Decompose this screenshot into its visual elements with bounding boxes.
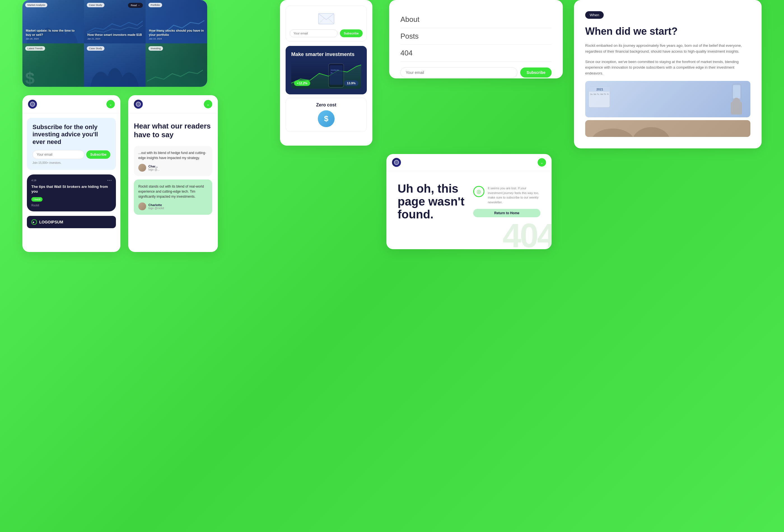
when-calendar-image: 2021 Su Mo Tu We Th Fr (585, 81, 750, 117)
not-found-title: Uh oh, this page wasn't found. (398, 182, 465, 221)
subscribe-email-input[interactable] (32, 150, 85, 159)
svg-rect-19 (733, 85, 740, 99)
blog-overlay-5: Case Study (84, 44, 146, 87)
blog-title-2: How these smart investors made $1B (87, 33, 142, 37)
testimonial-content: Hear what our readers have to say ...out… (128, 113, 218, 224)
testimonial-author-row-2: Charlotte logo @rockit (138, 202, 208, 210)
author-name-1: Char... (148, 165, 160, 168)
phone-icons: ▪ ▪ ▪ (107, 179, 111, 182)
svg-text:Investing tips: Investing tips (331, 69, 339, 71)
svg-text:for...: for... (331, 72, 334, 74)
rockit-logo-2 (134, 100, 143, 109)
when-card: When When did we start? Rockit embarked … (574, 0, 762, 148)
blog-cell-5[interactable]: Case Study (84, 44, 146, 87)
when-body-1: Rockit embarked on its journey approxima… (585, 43, 750, 55)
rockit-logo-inner-3 (394, 160, 399, 165)
testimonials-headline: Hear what our readers have to say (134, 122, 212, 139)
author-handle-1: logo @... (148, 168, 160, 171)
blog-tag-3: Portfolio (148, 3, 162, 7)
author-avatar-2 (138, 202, 146, 210)
blog-date-2: Jan 21, 2024 (87, 37, 142, 40)
percent-badge-2: 13.9% (344, 80, 358, 86)
blog-cell-3[interactable]: Portfolio How many stocks should you hav… (146, 0, 207, 44)
percent-badge-1: +12.2% (294, 80, 310, 86)
blog-overlay-2: Case Study Read → How these smart invest… (84, 0, 146, 44)
blog-cell-4[interactable]: $ Latest Trends (22, 44, 84, 87)
join-text: Join 15,000+ investors. (32, 161, 110, 164)
svg-text:Fr: Fr (607, 93, 609, 95)
blog-cell-1[interactable]: Market Analysis Market update: Is now th… (22, 0, 84, 44)
invest-email-input[interactable] (290, 29, 338, 37)
nav-item-about[interactable]: About (400, 11, 552, 28)
not-found-info: ◎ It seems you are lost. If your investm… (473, 186, 540, 217)
svg-text:Mo: Mo (594, 93, 596, 95)
subscribe-card-header: ⌄ (22, 95, 120, 113)
logoipsum-bar: ✦ LOGOIPSUM (27, 216, 116, 228)
blog-overlay-6: Investing (146, 44, 207, 87)
blog-overlay-1: Market Analysis Market update: Is now th… (22, 0, 84, 44)
testimonial-author-row-1: Char... logo @... (138, 164, 208, 172)
logoipsum-icon: ✦ (31, 219, 37, 225)
email-subscribe-row: Subscribe (400, 67, 552, 78)
when-tag: When (585, 11, 604, 19)
dollar-icon: $ (318, 110, 335, 127)
phone-status-bar: 4:19 ▪ ▪ ▪ (31, 179, 111, 182)
subscribe-headline: Subscribe for the only investing advice … (32, 123, 110, 146)
subscribe-card: ⌄ Subscribe for the only investing advic… (22, 95, 120, 252)
invest-smarter-card: Make smarter investments (286, 46, 367, 94)
card-404: ⌄ Uh oh, this page wasn't found. ◎ It se… (386, 154, 552, 249)
phone-brand: Rockit (31, 204, 111, 207)
blog-tag-1: Market Analysis (25, 3, 47, 7)
svg-text:✦: ✦ (32, 221, 35, 224)
nav-item-posts[interactable]: Posts (400, 28, 552, 45)
invest-phone-image: Investing tips for... +12.2% 13.9% (291, 61, 361, 89)
chevron-down-icon[interactable]: ⌄ (106, 100, 115, 108)
subscribe-content: Subscribe for the only investing advice … (27, 118, 116, 170)
nav-email-input[interactable] (400, 67, 517, 78)
testimonial-card-2: Rockit stands out with its blend of real… (134, 179, 212, 215)
svg-text:2021: 2021 (596, 88, 603, 91)
blog-date-1: Jan 28, 2024 (26, 37, 81, 40)
invest-smarter-title: Make smarter investments (291, 52, 361, 57)
rockit-logo-inner-2 (136, 102, 141, 107)
when-title: When did we start? (585, 26, 750, 37)
testimonials-card-header: ⌄ (128, 95, 218, 113)
blog-tag-5: Case Study (87, 46, 105, 51)
invest-subscribe-button[interactable]: Subscribe (340, 29, 363, 37)
rockit-logo-inner (30, 102, 35, 107)
phone-mockup: 4:19 ▪ ▪ ▪ The tips that Wall St brokers… (27, 174, 116, 212)
invest-email-section: Subscribe (286, 6, 367, 41)
read-button[interactable]: Read → (128, 3, 143, 8)
blog-cell-6[interactable]: Investing (146, 44, 207, 87)
chevron-down-icon-3[interactable]: ⌄ (538, 158, 546, 167)
compass-icon: ◎ (473, 186, 484, 197)
invest-email-section-wrapper: Subscribe Make smarter investments (280, 0, 372, 132)
svg-rect-33 (330, 65, 343, 85)
card-404-body: Uh oh, this page wasn't found. ◎ It seem… (386, 171, 552, 232)
blog-tag-2: Case Study (87, 3, 105, 7)
nav-subscribe-button[interactable]: Subscribe (520, 67, 552, 78)
return-home-button[interactable]: Return to Home (473, 209, 540, 217)
blog-title-1: Market update: Is now the time to buy or… (26, 29, 81, 37)
blog-date-3: Jan 14, 2024 (149, 37, 204, 40)
svg-text:Su: Su (590, 93, 593, 95)
blog-tag-6: Investing (148, 46, 163, 51)
blog-tag-4: Latest Trends (25, 46, 45, 51)
testimonial-text-1: ...out with its blend of hedge fund and … (138, 150, 208, 161)
chevron-down-icon-2[interactable]: ⌄ (204, 100, 212, 108)
nav-card: About Posts 404 Subscribe (389, 0, 563, 78)
phone-tag-pill: Invest (31, 197, 43, 202)
logoipsum-label: LOGOIPSUM (39, 220, 63, 224)
nav-item-404[interactable]: 404 (400, 45, 552, 62)
blog-title-3: How many stocks should you have in your … (149, 29, 204, 37)
subscribe-button[interactable]: Subscribe (86, 150, 110, 159)
svg-text:Tu: Tu (597, 93, 599, 95)
author-name-2: Charlotte (148, 203, 164, 207)
rockit-logo (28, 100, 37, 109)
blog-cell-2[interactable]: Case Study Read → How these smart invest… (84, 0, 146, 44)
author-handle-2: logo @rockit (148, 207, 164, 210)
zero-cost-title: Zero cost (290, 103, 362, 108)
svg-text:We: We (600, 93, 603, 95)
svg-rect-21 (731, 102, 742, 114)
rockit-logo-3 (392, 158, 401, 167)
